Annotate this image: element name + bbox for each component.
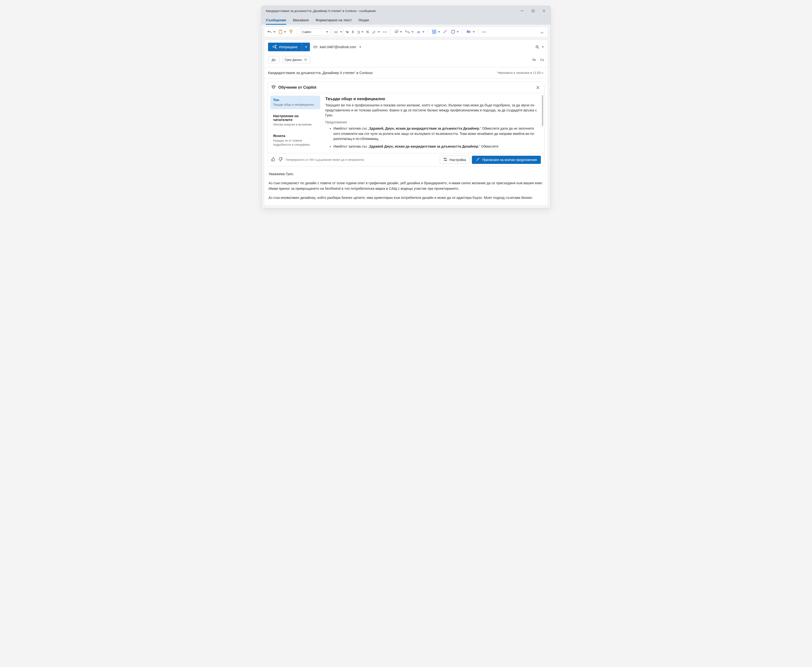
- copilot-nav-tone[interactable]: Тон Твърде общо и неофициално: [270, 96, 320, 109]
- sparkle-wand-icon: [443, 29, 447, 35]
- highlight-split[interactable]: [371, 28, 381, 36]
- copilot-icon: [466, 28, 472, 36]
- apps-grid-icon: [431, 28, 437, 36]
- editor-insights-button[interactable]: [442, 28, 448, 36]
- tune-label: Настройка: [449, 158, 466, 162]
- svg-rect-4: [434, 30, 436, 32]
- email-paragraph: Аз съм специалист по дизайн с повече от …: [268, 181, 544, 191]
- remove-recipient-button[interactable]: [304, 58, 308, 61]
- font-size-value: 11: [334, 30, 338, 34]
- chevron-down-icon: [359, 46, 361, 48]
- svg-rect-5: [433, 32, 434, 33]
- maximize-button[interactable]: [527, 6, 539, 16]
- send-split-button[interactable]: Изпращане: [268, 43, 310, 51]
- signature-split[interactable]: [416, 28, 425, 36]
- bold-button[interactable]: Ч: [345, 28, 350, 36]
- svg-rect-6: [434, 32, 436, 33]
- font-name-combo[interactable]: Calibri: [300, 28, 331, 36]
- window-controls: [516, 6, 550, 16]
- copilot-coaching-card: Обучение от Copilot Тон Твърде общо и не…: [268, 82, 544, 166]
- highlight-caret[interactable]: [377, 28, 381, 36]
- font-size-combo[interactable]: 11: [332, 28, 343, 36]
- email-greeting: Уважаема Гуен,: [268, 171, 544, 177]
- copilot-nav-sentiment[interactable]: Настроение на читателите Липсва енергия …: [270, 112, 320, 129]
- strikethrough-button[interactable]: S: [366, 28, 370, 36]
- undo-split[interactable]: [267, 28, 276, 36]
- minimize-button[interactable]: [516, 6, 527, 16]
- paste-split[interactable]: [278, 28, 287, 36]
- subject-input[interactable]: Кандидатстване за длъжността „Дизайнер I…: [268, 71, 494, 75]
- sliders-icon: [443, 158, 447, 162]
- copilot-ribbon-split[interactable]: [466, 28, 476, 36]
- loop-caret[interactable]: [456, 28, 459, 36]
- send-button[interactable]: Изпращане: [268, 43, 302, 51]
- underline-split[interactable]: Ч: [357, 28, 364, 36]
- ribbon-expand-button[interactable]: [539, 29, 545, 36]
- analysis-heading: Твърде общо и неофициално: [325, 96, 539, 101]
- insert-link-split[interactable]: [404, 28, 414, 36]
- apps-split[interactable]: [431, 28, 441, 36]
- scrollbar-thumb[interactable]: [542, 95, 543, 126]
- copilot-caret[interactable]: [472, 28, 476, 36]
- coaching-icon: [271, 85, 276, 90]
- svg-rect-2: [280, 30, 281, 31]
- copilot-coaching-title: Обучение от Copilot: [278, 85, 317, 90]
- link-icon: [404, 28, 411, 36]
- suggestion-item: Имейлът започва със „Здравей Джун, искам…: [333, 144, 536, 149]
- apps-caret[interactable]: [437, 28, 441, 36]
- ribbon-overflow-button[interactable]: [481, 28, 487, 36]
- cc-button[interactable]: Як: [532, 58, 536, 61]
- paste-caret[interactable]: [283, 28, 287, 36]
- zoom-button[interactable]: [535, 45, 539, 49]
- ribbon-tabs: Съобщение Вмъкване Форматиране на текст …: [262, 16, 550, 25]
- apply-all-button[interactable]: Прилагане на всички предложения: [472, 156, 541, 164]
- send-options-button[interactable]: [302, 43, 310, 51]
- highlighter-icon: [371, 28, 377, 36]
- tab-options[interactable]: Опции: [358, 17, 369, 25]
- recipients-row: До Гуен Джонс Як Ск: [264, 54, 548, 67]
- svg-point-8: [444, 158, 445, 159]
- email-body-editor[interactable]: Уважаема Гуен, Аз съм специалист по диза…: [264, 166, 548, 206]
- thumbs-up-button[interactable]: [271, 157, 275, 163]
- svg-rect-0: [532, 10, 534, 12]
- svg-rect-3: [433, 30, 434, 32]
- send-label: Изпращане: [279, 45, 298, 49]
- recipient-pill[interactable]: Гуен Джонс: [282, 56, 310, 63]
- signature-caret[interactable]: [422, 28, 425, 36]
- close-window-button[interactable]: [539, 6, 550, 16]
- undo-icon: [267, 28, 273, 36]
- nav-item-title: Тон: [273, 98, 317, 102]
- suggestions-list: Имейлът започва със „Здравей, Джун, иска…: [325, 126, 539, 149]
- bold-icon: Ч: [346, 30, 348, 34]
- clipboard-icon: [278, 28, 283, 36]
- loop-component-split[interactable]: [450, 28, 459, 36]
- copilot-nav-clarity[interactable]: Яснота Нуждае се от повече подробности и…: [270, 131, 320, 149]
- bcc-button[interactable]: Ск: [540, 58, 544, 61]
- italic-icon: K: [352, 30, 354, 34]
- tab-insert[interactable]: Вмъкване: [293, 17, 309, 25]
- tab-format-text[interactable]: Форматиране на текст: [315, 17, 351, 25]
- chevron-down-icon[interactable]: [542, 46, 544, 48]
- tune-button[interactable]: Настройка: [440, 156, 470, 164]
- attach-file-split[interactable]: [394, 28, 403, 36]
- titlebar: Кандидатстване за длъжността „Дизайнер I…: [262, 6, 550, 16]
- italic-button[interactable]: K: [351, 28, 355, 36]
- ellipsis-icon: [482, 32, 486, 32]
- to-button[interactable]: До: [268, 56, 279, 63]
- separator: [390, 29, 391, 35]
- nav-item-title: Яснота: [273, 134, 317, 138]
- from-selector[interactable]: От: katri.0487@outlook.com: [313, 45, 361, 49]
- tab-message[interactable]: Съобщение: [266, 17, 286, 25]
- apply-all-label: Прилагане на всички предложения: [482, 158, 537, 162]
- thumbs-down-button[interactable]: [278, 157, 283, 163]
- copilot-close-button[interactable]: [535, 84, 541, 91]
- format-painter-button[interactable]: [288, 28, 294, 36]
- svg-rect-1: [279, 30, 282, 34]
- ellipsis-icon: [383, 32, 386, 32]
- attach-caret[interactable]: [399, 28, 403, 36]
- link-caret[interactable]: [411, 28, 414, 36]
- underline-caret[interactable]: [361, 28, 364, 36]
- subject-row: Кандидатстване за длъжността „Дизайнер I…: [264, 67, 548, 78]
- font-more-button[interactable]: [382, 28, 388, 36]
- undo-caret[interactable]: [273, 28, 276, 36]
